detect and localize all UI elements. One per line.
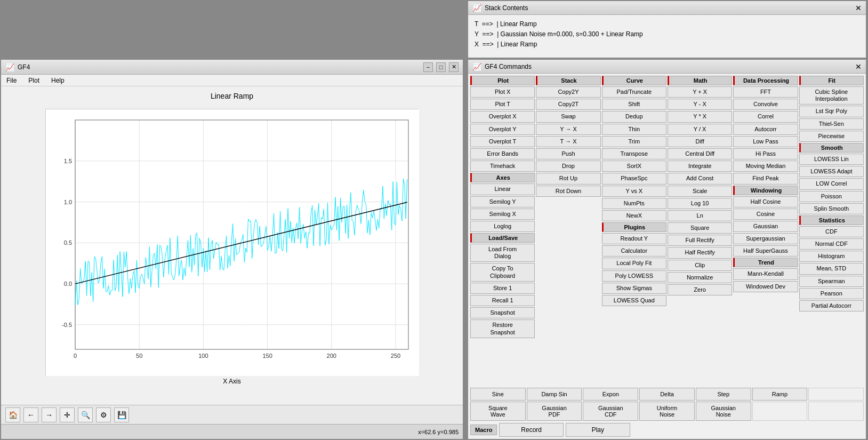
- btn-spearman[interactable]: Spearman: [799, 276, 864, 287]
- toolbar-home-btn[interactable]: 🏠: [5, 407, 20, 422]
- btn-ln[interactable]: Ln: [668, 210, 732, 221]
- btn-lst-sqr-poly[interactable]: Lst Sqr Poly: [799, 106, 864, 117]
- btn-autocorr[interactable]: Autocorr: [733, 124, 798, 135]
- btn-low-pass[interactable]: Low Pass: [733, 136, 798, 147]
- btn-gaussian-pdf[interactable]: GaussianPDF: [527, 402, 582, 421]
- btn-square[interactable]: Square: [668, 222, 732, 234]
- btn-add-const[interactable]: Add Const: [668, 173, 732, 184]
- btn-copy2t[interactable]: Copy2T: [536, 99, 600, 110]
- toolbar-forward-btn[interactable]: →: [42, 407, 57, 422]
- btn-shift[interactable]: Shift: [602, 99, 666, 110]
- btn-hi-pass[interactable]: Hi Pass: [733, 148, 798, 159]
- toolbar-move-btn[interactable]: ✛: [60, 407, 75, 422]
- toolbar-back-btn[interactable]: ←: [23, 407, 38, 422]
- btn-uniform-noise[interactable]: UniformNoise: [639, 402, 695, 421]
- gf4-maximize-btn[interactable]: □: [436, 62, 446, 72]
- gf4-close-btn[interactable]: ✕: [449, 62, 459, 72]
- btn-drop[interactable]: Drop: [536, 161, 600, 172]
- btn-correl[interactable]: Correl: [733, 111, 798, 122]
- btn-thiel-sen[interactable]: Thiel-Sen: [799, 118, 864, 130]
- btn-fft[interactable]: FFT: [733, 86, 798, 98]
- btn-clip[interactable]: Clip: [668, 260, 732, 271]
- btn-supergaussian[interactable]: Supergaussian: [733, 233, 798, 244]
- btn-central-diff[interactable]: Central Diff: [668, 148, 732, 159]
- btn-recall1[interactable]: Recall 1: [470, 295, 535, 306]
- btn-gaussian[interactable]: Gaussian: [733, 221, 798, 232]
- btn-restore-snapshot[interactable]: RestoreSnapshot: [470, 319, 535, 338]
- btn-convolve[interactable]: Convolve: [733, 99, 798, 110]
- btn-half-cosine[interactable]: Half Cosine: [733, 196, 798, 207]
- btn-half-rectify[interactable]: Half Rectify: [668, 247, 732, 258]
- btn-partial-autocorr[interactable]: Partial Autocorr: [799, 300, 864, 311]
- btn-mann-kendall[interactable]: Mann-Kendall: [733, 268, 798, 279]
- btn-calculator[interactable]: Calculator: [602, 245, 666, 257]
- toolbar-save-btn[interactable]: 💾: [114, 407, 129, 422]
- btn-load-dialog[interactable]: Load FromDialog: [470, 244, 535, 262]
- btn-expon[interactable]: Expon: [583, 388, 638, 401]
- btn-gaussian-noise[interactable]: GaussianNoise: [696, 402, 751, 421]
- stack-close-btn[interactable]: ✕: [855, 4, 862, 12]
- btn-rot-down[interactable]: Rot Down: [536, 186, 600, 197]
- btn-zero[interactable]: Zero: [668, 284, 732, 295]
- btn-y-div-x[interactable]: Y / X: [668, 124, 732, 135]
- btn-scale[interactable]: Scale: [668, 186, 732, 197]
- menu-help[interactable]: Help: [49, 76, 67, 85]
- btn-low-correl[interactable]: LOW Correl: [799, 178, 864, 189]
- btn-error-bands[interactable]: Error Bands: [470, 148, 535, 159]
- btn-mean-std[interactable]: Mean, STD: [799, 263, 864, 274]
- gf4-minimize-btn[interactable]: −: [423, 62, 433, 72]
- btn-cosine[interactable]: Cosine: [733, 209, 798, 220]
- toolbar-zoom-btn[interactable]: 🔍: [78, 407, 93, 422]
- btn-sortx[interactable]: SortX: [602, 161, 666, 172]
- btn-play[interactable]: Play: [566, 423, 630, 437]
- btn-windowed-dev[interactable]: Windowed Dev: [733, 281, 798, 292]
- btn-y-times-x[interactable]: Y * X: [668, 111, 732, 122]
- btn-log10[interactable]: Log 10: [668, 198, 732, 209]
- btn-find-peak[interactable]: Find Peak: [733, 173, 798, 184]
- btn-y-to-x[interactable]: Y → X: [536, 124, 600, 135]
- btn-ramp[interactable]: Ramp: [752, 388, 808, 401]
- menu-plot[interactable]: Plot: [26, 76, 42, 85]
- btn-step[interactable]: Step: [696, 388, 751, 401]
- btn-plot-t[interactable]: Plot T: [470, 99, 535, 110]
- btn-pad-truncate[interactable]: Pad/Truncate: [602, 86, 666, 98]
- btn-delta[interactable]: Delta: [639, 388, 695, 401]
- btn-show-sigmas[interactable]: Show Sigmas: [602, 283, 666, 294]
- btn-poisson[interactable]: Poisson: [799, 191, 864, 202]
- btn-y-vs-x[interactable]: Y vs X: [602, 186, 666, 197]
- btn-push[interactable]: Push: [536, 148, 600, 159]
- btn-linear[interactable]: Linear: [470, 183, 535, 195]
- btn-gaussian-cdf[interactable]: GaussianCDF: [583, 402, 638, 421]
- btn-histogram[interactable]: Histogram: [799, 251, 864, 262]
- btn-copy2y[interactable]: Copy2Y: [536, 86, 600, 98]
- btn-cubic-spline[interactable]: Cubic SplineInterpolation: [799, 86, 864, 105]
- btn-plot-x[interactable]: Plot X: [470, 86, 535, 98]
- btn-transpose[interactable]: Transpose: [602, 148, 666, 159]
- btn-numpts[interactable]: NumPts: [602, 198, 666, 209]
- btn-store1[interactable]: Store 1: [470, 283, 535, 294]
- btn-rot-up[interactable]: Rot Up: [536, 173, 600, 184]
- btn-piecewise[interactable]: Piecewise: [799, 131, 864, 142]
- btn-cdf[interactable]: CDF: [799, 226, 864, 237]
- toolbar-settings-btn[interactable]: ⚙: [96, 407, 111, 422]
- btn-semilog-y[interactable]: Semilog Y: [470, 196, 535, 207]
- btn-lowess-lin[interactable]: LOWESS Lin: [799, 154, 864, 165]
- btn-lowess-quad[interactable]: LOWESS Quad: [602, 295, 666, 306]
- btn-newx[interactable]: NewX: [602, 210, 666, 221]
- btn-overplot-t[interactable]: Overplot T: [470, 136, 535, 147]
- btn-sine[interactable]: Sine: [470, 388, 526, 401]
- btn-lowess-adapt[interactable]: LOWESS Adapt: [799, 166, 864, 177]
- btn-record[interactable]: Record: [499, 423, 564, 437]
- menu-file[interactable]: File: [4, 76, 19, 85]
- btn-readout-y[interactable]: Readout Y: [602, 233, 666, 244]
- btn-semilog-x[interactable]: Semilog X: [470, 209, 535, 220]
- btn-phasespc[interactable]: PhaseSpc: [602, 173, 666, 184]
- commands-close-btn[interactable]: ✕: [855, 62, 862, 71]
- btn-half-supergauss[interactable]: Half SuperGauss: [733, 245, 798, 257]
- btn-square-wave[interactable]: SquareWave: [470, 402, 526, 421]
- btn-moving-median[interactable]: Moving Median: [733, 161, 798, 172]
- btn-overplot-y[interactable]: Overplot Y: [470, 124, 535, 135]
- btn-local-poly-fit[interactable]: Local Poly Fit: [602, 258, 666, 269]
- btn-splin-smooth[interactable]: Splin Smooth: [799, 203, 864, 214]
- btn-y-minus-x[interactable]: Y - X: [668, 99, 732, 110]
